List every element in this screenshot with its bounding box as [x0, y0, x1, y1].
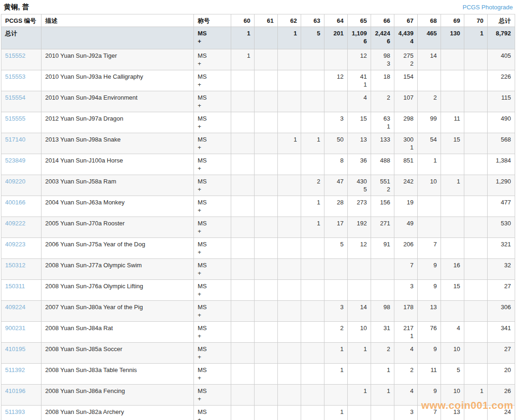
grade-61-cell [255, 133, 278, 154]
pcgs-number-link[interactable]: 515552 [5, 52, 25, 59]
grade-64-cell: 2 [324, 322, 348, 343]
grade-62-cell [278, 112, 301, 133]
pcgs-number-link[interactable]: 150311 [5, 283, 25, 290]
designation-cell: MS+ [194, 91, 231, 112]
coin-description: 2008 Yuan Sun-J84a Rat [41, 322, 194, 343]
topbar: 黄铜, 普 PCGS Photograde [1, 0, 516, 14]
pcgs-number-link[interactable]: 515553 [5, 73, 25, 80]
grade-60-cell [231, 238, 255, 259]
grade-69-cell: 10 [441, 343, 464, 364]
grade-65-cell: 13 [348, 133, 371, 154]
totals-grade-64-cell: 201 [324, 27, 348, 49]
grade-61-cell [255, 49, 278, 70]
grade-67-cell: 154 [394, 70, 418, 91]
row-total-cell: 115 [488, 91, 515, 112]
coin-description: 2008 Yuan Sun-J76a Olympic Lifting [41, 280, 194, 301]
pcgs-number-cell: 511393 [1, 406, 41, 420]
grade-69-cell: 5 [441, 364, 464, 385]
totals-grand-total-cell: 8,792 [488, 27, 515, 49]
grade-64-cell: 1 [324, 406, 348, 420]
coin-description: 2008 Yuan Sun-J83a Table Tennis [41, 364, 194, 385]
grade-64-cell: 1 [324, 364, 348, 385]
grade-67-cell: 3 [394, 280, 418, 301]
grade-61-cell [255, 406, 278, 420]
grade-70-cell [464, 196, 488, 217]
pcgs-number-cell: 515555 [1, 112, 41, 133]
grade-69-cell: 13 [441, 406, 464, 420]
grade-69-cell: 4 [441, 322, 464, 343]
column-header-grade-70: 70 [464, 14, 488, 27]
grade-63-cell [301, 91, 324, 112]
grade-62-cell [278, 322, 301, 343]
grade-64-cell: 3 [324, 301, 348, 322]
pcgs-number-link[interactable]: 515555 [5, 115, 25, 122]
row-total-cell: 20 [488, 364, 515, 385]
pcgs-number-link[interactable]: 410195 [5, 345, 25, 352]
pcgs-number-link[interactable]: 410196 [5, 387, 25, 394]
row-total-cell: 1,290 [488, 175, 515, 196]
designation-cell: MS+ [194, 280, 231, 301]
grade-61-cell [255, 385, 278, 406]
table-row: 5155552012 Yuan Sun-J97a DragonMS+ 3 15 … [1, 112, 515, 133]
pcgs-number-link[interactable]: 511393 [5, 408, 25, 415]
grade-63-cell [301, 301, 324, 322]
population-table: PCGS 编号描述称号6061626364656667686970总计 总计MS… [1, 14, 515, 420]
row-total-cell: 226 [488, 70, 515, 91]
column-header-grade-68: 68 [418, 14, 441, 27]
coin-description: 2013 Yuan Sun-J98a Snake [41, 133, 194, 154]
pcgs-number-link[interactable]: 517140 [5, 136, 25, 143]
grade-68-cell: 9 [418, 385, 441, 406]
table-row: 4001662004 Yuan Sun-J63a MonkeyMS+ 1 28 … [1, 196, 515, 217]
grade-68-cell [418, 70, 441, 91]
grade-64-cell [324, 259, 348, 280]
grade-67-cell: 206 [394, 238, 418, 259]
grade-67-cell: 49 [394, 217, 418, 238]
grade-61-cell [255, 154, 278, 175]
pcgs-number-link[interactable]: 409224 [5, 304, 25, 311]
grade-70-cell [464, 322, 488, 343]
designation-cell: MS+ [194, 196, 231, 217]
coin-description: 2008 Yuan Sun-J82a Archery [41, 406, 194, 420]
grade-61-cell [255, 91, 278, 112]
grade-67-cell: 178 [394, 301, 418, 322]
grade-62-cell [278, 364, 301, 385]
grade-68-cell: 9 [418, 259, 441, 280]
grade-64-cell [324, 385, 348, 406]
grade-70-cell [464, 49, 488, 70]
pcgs-number-link[interactable]: 511392 [5, 366, 25, 373]
grade-64-cell: 8 [324, 154, 348, 175]
designation-cell: MS+ [194, 70, 231, 91]
designation-cell: MS+ [194, 238, 231, 259]
photograde-link[interactable]: PCGS Photograde [462, 4, 513, 11]
grade-69-cell [441, 70, 464, 91]
pcgs-number-link[interactable]: 400166 [5, 199, 25, 206]
grade-66-cell: 1 [371, 385, 394, 406]
grade-60-cell [231, 301, 255, 322]
pcgs-number-link[interactable]: 515554 [5, 94, 25, 101]
pcgs-number-link[interactable]: 150312 [5, 262, 25, 269]
grade-68-cell [418, 217, 441, 238]
grade-66-cell: 91 [371, 238, 394, 259]
table-row: 5155522010 Yuan Sun-J92a TigerMS+1 12 98… [1, 49, 515, 70]
totals-label: 总计 [1, 27, 41, 49]
pcgs-number-link[interactable]: 409222 [5, 220, 25, 227]
row-total-cell: 568 [488, 133, 515, 154]
grade-60-cell [231, 406, 255, 420]
pcgs-number-link[interactable]: 900231 [5, 325, 25, 332]
grade-62-cell [278, 196, 301, 217]
page-title: 黄铜, 普 [4, 3, 29, 12]
grade-61-cell [255, 217, 278, 238]
grade-68-cell: 7 [418, 406, 441, 420]
grade-64-cell: 28 [324, 196, 348, 217]
column-header-grade-63: 63 [301, 14, 324, 27]
grade-68-cell: 9 [418, 280, 441, 301]
column-header-total: 总计 [488, 14, 515, 27]
grade-67-cell: 3 [394, 406, 418, 420]
grade-64-cell: 1 [324, 343, 348, 364]
pcgs-number-cell: 409222 [1, 217, 41, 238]
grade-65-cell: 14 [348, 301, 371, 322]
pcgs-number-link[interactable]: 409223 [5, 241, 25, 248]
pcgs-number-link[interactable]: 409220 [5, 178, 25, 185]
pcgs-number-link[interactable]: 523849 [5, 157, 25, 164]
grade-70-cell [464, 154, 488, 175]
